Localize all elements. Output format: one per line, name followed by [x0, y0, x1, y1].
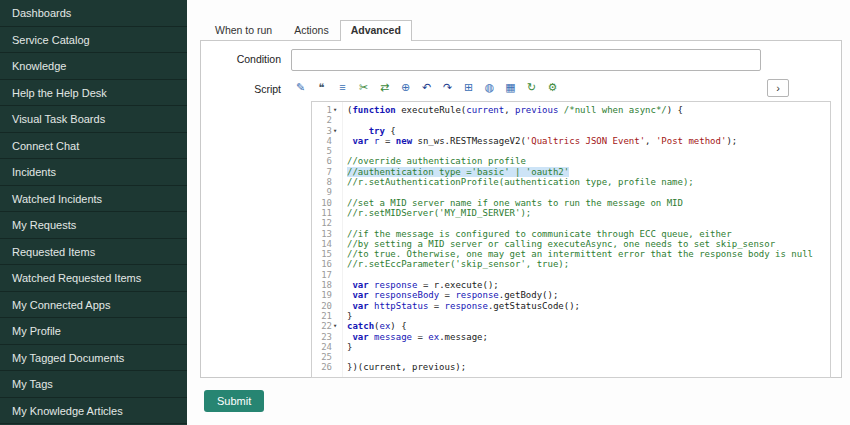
code-line-23[interactable]: var message = ex.message; — [347, 332, 830, 342]
app-window: DashboardsService CatalogKnowledgeHelp t… — [0, 0, 850, 425]
search-icon[interactable]: ⊕ — [396, 79, 415, 96]
gutter-line-8: 8 — [312, 177, 342, 187]
line-number: 23 — [321, 332, 333, 342]
fold-spacer — [333, 249, 342, 259]
code-line-7[interactable]: //authentication type ='basic' | 'oauth2… — [347, 167, 830, 177]
gutter-line-18: 18 — [312, 280, 342, 290]
fold-toggle-icon[interactable]: ▾ — [333, 105, 342, 115]
settings-gear-icon[interactable]: ⚙ — [543, 79, 562, 96]
refresh-icon[interactable]: ↻ — [522, 79, 541, 96]
fold-spacer — [333, 342, 342, 352]
code-line-24[interactable]: } — [347, 342, 830, 352]
fold-toggle-icon[interactable]: ▾ — [333, 126, 342, 136]
gutter-line-15: 15 — [312, 249, 342, 259]
sidebar-item-my-profile[interactable]: My Profile — [0, 318, 187, 345]
submit-button[interactable]: Submit — [204, 390, 264, 412]
wrap-lines-icon[interactable]: ≡ — [333, 79, 352, 96]
sidebar-item-connect-chat[interactable]: Connect Chat — [0, 133, 187, 160]
code-line-11[interactable]: //r.setMIDServer('MY_MID_SERVER'); — [347, 208, 830, 218]
sidebar-item-requested-items[interactable]: Requested Items — [0, 239, 187, 266]
gutter-line-17: 17 — [312, 270, 342, 280]
code-line-19[interactable]: var responseBody = response.getBody(); — [347, 290, 830, 300]
open-window-icon[interactable]: ⊞ — [459, 79, 478, 96]
sidebar-item-my-tags[interactable]: My Tags — [0, 371, 187, 398]
code-line-2[interactable] — [347, 115, 830, 125]
undo-icon[interactable]: ↶ — [417, 79, 436, 96]
script-label: Script — [211, 79, 291, 378]
script-row: Script ✎❝≡✂⇄⊕↶↷⊞◍▦↻⚙ › 1▾23▾456789101112… — [211, 79, 831, 378]
gutter-line-12: 12 — [312, 218, 342, 228]
fold-spacer — [333, 229, 342, 239]
sidebar-item-dashboards[interactable]: Dashboards — [0, 0, 187, 27]
gutter-line-6: 6 — [312, 156, 342, 166]
gutter-line-9: 9 — [312, 187, 342, 197]
format-code-icon[interactable]: ✎ — [291, 79, 310, 96]
gutter-line-5: 5 — [312, 146, 342, 156]
code-line-26[interactable]: })(current, previous); — [347, 362, 830, 372]
sidebar-item-service-catalog[interactable]: Service Catalog — [0, 27, 187, 54]
replace-icon[interactable]: ⇄ — [375, 79, 394, 96]
code-line-5[interactable] — [347, 146, 830, 156]
script-field: ✎❝≡✂⇄⊕↶↷⊞◍▦↻⚙ › 1▾23▾4567891011121314151… — [291, 79, 831, 378]
fold-spacer — [333, 311, 342, 321]
code-line-20[interactable]: var httpStatus = response.getStatusCode(… — [347, 301, 830, 311]
tab-bar: When to runActionsAdvanced — [204, 20, 842, 40]
script-toolbar: ✎❝≡✂⇄⊕↶↷⊞◍▦↻⚙ › — [291, 79, 831, 99]
fold-spacer — [333, 270, 342, 280]
sidebar-item-help-the-help-desk[interactable]: Help the Help Desk — [0, 80, 187, 107]
gutter-line-23: 23 — [312, 332, 342, 342]
fold-spacer — [333, 332, 342, 342]
gutter-line-10: 10 — [312, 198, 342, 208]
code-line-16[interactable]: //r.setEccParameter('skip_sensor', true)… — [347, 259, 830, 269]
sidebar-item-watched-requested-items[interactable]: Watched Requested Items — [0, 265, 187, 292]
tab-advanced[interactable]: Advanced — [340, 20, 412, 41]
sidebar-item-incidents[interactable]: Incidents — [0, 159, 187, 186]
code-line-1[interactable]: (function executeRule(current, previous … — [347, 105, 830, 115]
fold-spacer — [333, 280, 342, 290]
line-number: 13 — [321, 229, 333, 239]
tab-actions[interactable]: Actions — [283, 20, 339, 40]
redo-icon[interactable]: ↷ — [438, 79, 457, 96]
condition-input[interactable] — [291, 49, 761, 71]
sidebar-item-my-connected-apps[interactable]: My Connected Apps — [0, 292, 187, 319]
code-line-13[interactable]: //if the message is configured to commun… — [347, 229, 830, 239]
line-number: 20 — [321, 301, 333, 311]
expand-editor-button[interactable]: › — [767, 79, 789, 97]
tab-when-to-run[interactable]: When to run — [204, 20, 283, 40]
sidebar-item-watched-incidents[interactable]: Watched Incidents — [0, 186, 187, 213]
line-number: 11 — [321, 208, 333, 218]
code-line-21[interactable]: } — [347, 311, 830, 321]
gutter-line-7: 7 — [312, 167, 342, 177]
code-line-8[interactable]: //r.setAuthenticationProfile(authenticat… — [347, 177, 830, 187]
gutter-line-21: 21 — [312, 311, 342, 321]
fold-spacer — [333, 259, 342, 269]
gutter-line-4: 4 — [312, 136, 342, 146]
code-line-15[interactable]: //to true. Otherwise, one may get an int… — [347, 249, 830, 259]
sidebar-item-knowledge[interactable]: Knowledge — [0, 53, 187, 80]
line-number: 21 — [321, 311, 333, 321]
code-line-12[interactable] — [347, 218, 830, 228]
globe-icon[interactable]: ◍ — [480, 79, 499, 96]
save-icon[interactable]: ▦ — [501, 79, 520, 96]
cut-lines-icon[interactable]: ✂ — [354, 79, 373, 96]
code-line-3[interactable]: try { — [347, 126, 830, 136]
line-number: 17 — [321, 270, 333, 280]
code-line-25[interactable] — [347, 352, 830, 362]
fold-toggle-icon[interactable]: ▾ — [333, 321, 342, 331]
comment-toggle-icon[interactable]: ❝ — [312, 79, 331, 96]
code-line-6[interactable]: //override authentication profile — [347, 156, 830, 166]
sidebar-item-my-tagged-documents[interactable]: My Tagged Documents — [0, 345, 187, 372]
code-editor[interactable]: 1▾23▾45678910111213141516171819202122▾23… — [311, 101, 831, 378]
sidebar-item-my-requests[interactable]: My Requests — [0, 212, 187, 239]
code-line-10[interactable]: //set a MID server name if one wants to … — [347, 198, 830, 208]
code-line-18[interactable]: var response = r.execute(); — [347, 280, 830, 290]
code-line-17[interactable] — [347, 270, 830, 280]
sidebar-item-my-knowledge-articles[interactable]: My Knowledge Articles — [0, 398, 187, 425]
code-line-14[interactable]: //by setting a MID server or calling exe… — [347, 239, 830, 249]
code-line-9[interactable] — [347, 187, 830, 197]
code-line-4[interactable]: var r = new sn_ws.RESTMessageV2('Qualtri… — [347, 136, 830, 146]
sidebar-item-visual-task-boards[interactable]: Visual Task Boards — [0, 106, 187, 133]
code-line-22[interactable]: catch(ex) { — [347, 321, 830, 331]
line-number: 14 — [321, 239, 333, 249]
line-number: 10 — [321, 198, 333, 208]
